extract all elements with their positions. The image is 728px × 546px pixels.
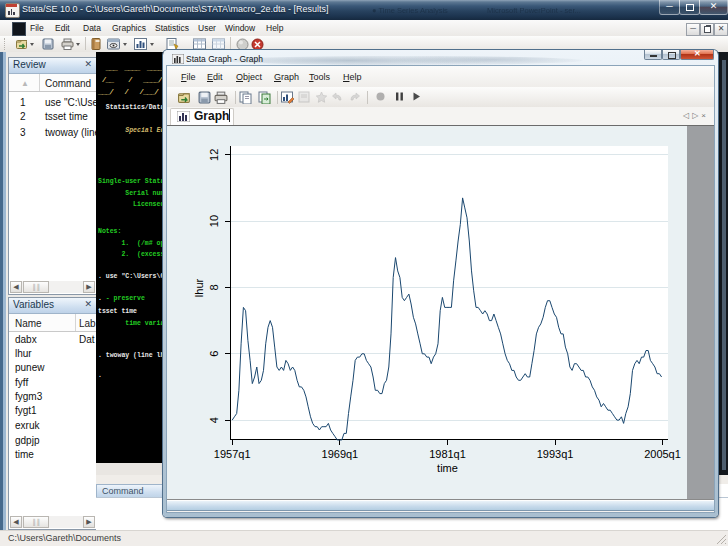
svg-text:12: 12 [208,149,220,161]
svg-text:1981q1: 1981q1 [429,448,466,460]
svg-text:10: 10 [208,215,220,227]
svg-text:lhur: lhur [193,278,205,297]
svg-text:6: 6 [208,351,220,357]
svg-text:1969q1: 1969q1 [322,448,359,460]
svg-text:time: time [437,462,458,474]
svg-text:1957q1: 1957q1 [214,448,251,460]
svg-text:8: 8 [208,284,220,290]
svg-text:4: 4 [208,417,220,423]
svg-text:1993q1: 1993q1 [537,448,574,460]
svg-text:2005q1: 2005q1 [644,448,681,460]
